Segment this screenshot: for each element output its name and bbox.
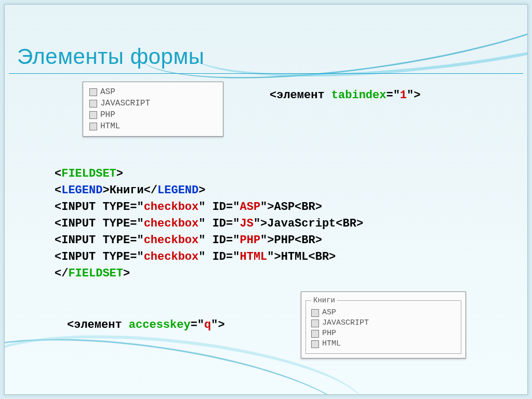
list-item-label: HTML (100, 121, 120, 132)
list-item: HTML (311, 339, 456, 349)
list-item: ASP (311, 308, 456, 318)
code-line: <INPUT TYPE="checkbox" ID="HTML">HTML<BR… (55, 249, 363, 265)
list-item-label: JavaScript (100, 98, 150, 109)
title-underline (9, 73, 523, 74)
fieldset-legend: Книги (311, 296, 337, 304)
checkbox-preview-top: ASP JavaScript PHP HTML (83, 82, 223, 137)
code-tabindex: <элемент tabindex="1"> (270, 89, 420, 102)
list-item: PHP (311, 328, 456, 339)
list-item-label: PHP (100, 109, 115, 121)
list-item: HTML (89, 121, 217, 132)
code-line: <INPUT TYPE="checkbox" ID="PHP">PHP<BR> (55, 232, 363, 249)
checkbox-icon (311, 320, 319, 327)
checkbox-icon (311, 340, 319, 348)
list-item: JavaScript (89, 98, 217, 109)
code-fieldset: <FIELDSET> <LEGEND>Книги</LEGEND> <INPUT… (55, 166, 363, 282)
decoration-swoosh (183, 4, 528, 95)
slide-title: Элементы формы (17, 44, 205, 69)
slide: Элементы формы ASP JavaScript PHP HTML <… (4, 4, 528, 395)
code-line: <INPUT TYPE="checkbox" ID="ASP">ASP<BR> (55, 199, 363, 216)
checkbox-icon (89, 123, 97, 130)
checkbox-icon (89, 88, 97, 96)
fieldset-preview-bottom: Книги ASP JavaScript PHP HTML (301, 291, 466, 358)
list-item: JavaScript (311, 318, 456, 328)
checkbox-icon (89, 111, 97, 119)
code-line: <FIELDSET> (55, 166, 363, 182)
list-item-label: ASP (322, 308, 336, 318)
list-item: PHP (89, 109, 217, 121)
code-line: <INPUT TYPE="checkbox" ID="JS">JavaScrip… (55, 216, 363, 232)
code-line: </FIELDSET> (55, 265, 363, 282)
list-item-label: PHP (322, 328, 336, 339)
list-item-label: JavaScript (322, 318, 369, 328)
list-item-label: ASP (100, 86, 115, 98)
code-accesskey: <элемент accesskey="q"> (67, 318, 225, 331)
checkbox-icon (311, 330, 319, 338)
code-line: <LEGEND>Книги</LEGEND> (55, 182, 363, 199)
checkbox-icon (311, 309, 319, 317)
fieldset: Книги ASP JavaScript PHP HTML (305, 296, 461, 354)
list-item: ASP (89, 86, 217, 98)
list-item-label: HTML (322, 339, 341, 349)
checkbox-icon (89, 100, 97, 108)
